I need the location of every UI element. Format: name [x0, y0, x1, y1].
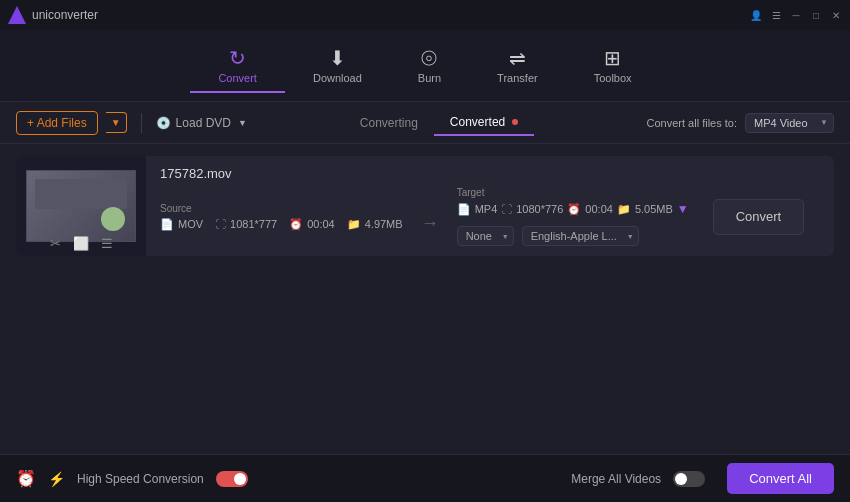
tab-converted[interactable]: Converted	[434, 110, 534, 136]
titlebar-left: uniconverter	[8, 6, 98, 24]
format-select[interactable]: MP4 Video MOV Video AVI Video MKV Video	[745, 113, 834, 133]
nav-label-transfer: Transfer	[497, 72, 538, 84]
file-area: ✂ ⬜ ☰ 175782.mov Source 📄 MOV	[0, 144, 850, 268]
nav-item-toolbox[interactable]: ⊞ Toolbox	[566, 40, 660, 92]
nav-item-convert[interactable]: ↻ Convert	[190, 40, 285, 92]
audio-select-wrapper: English-Apple L...	[522, 226, 639, 246]
nav-item-transfer[interactable]: ⇌ Transfer	[469, 40, 566, 92]
toolbox-icon: ⊞	[604, 48, 621, 68]
nav-label-toolbox: Toolbox	[594, 72, 632, 84]
app-logo	[8, 6, 26, 24]
target-format-row: 📄 MP4 ⛶ 1080*776 ⏰ 00:04 📁	[457, 202, 689, 216]
titlebar-controls: 👤 ☰ ─ □ ✕	[750, 9, 842, 21]
resolution-icon: ⛶	[215, 218, 226, 230]
target-size-value: 5.05MB	[635, 203, 673, 215]
titlebar: uniconverter 👤 ☰ ─ □ ✕	[0, 0, 850, 30]
converted-dot	[512, 119, 518, 125]
nav-item-download[interactable]: ⬇ Download	[285, 40, 390, 92]
source-label: Source	[160, 203, 403, 214]
toolbar: + Add Files ▼ 💿 Load DVD ▼ Converting Co…	[0, 102, 850, 144]
menu-icon[interactable]: ☰	[770, 9, 782, 21]
target-size: 📁 5.05MB	[617, 203, 673, 216]
source-target-row: Source 📄 MOV ⛶ 1081*777 ⏰ 00:04	[160, 187, 820, 246]
add-files-dropdown-button[interactable]: ▼	[106, 112, 127, 133]
clock-icon: ⏰	[289, 218, 303, 231]
target-file-size-icon: 📁	[617, 203, 631, 216]
nav-item-burn[interactable]: ⦾ Burn	[390, 40, 469, 92]
add-files-label: + Add Files	[27, 116, 87, 130]
target-resolution-icon: ⛶	[501, 203, 512, 215]
maximize-button[interactable]: □	[810, 9, 822, 21]
thumbnail-area: ✂ ⬜ ☰	[16, 156, 146, 256]
load-dvd-arrow: ▼	[238, 118, 247, 128]
add-files-button[interactable]: + Add Files	[16, 111, 98, 135]
speed-toggle[interactable]	[216, 471, 248, 487]
subtitle-row: None English-Apple L...	[457, 226, 689, 246]
nav-label-download: Download	[313, 72, 362, 84]
tab-converting-label: Converting	[360, 116, 418, 130]
subtitle-select[interactable]: None	[457, 226, 514, 246]
nav-label-burn: Burn	[418, 72, 441, 84]
target-format-value: MP4	[475, 203, 498, 215]
minimize-button[interactable]: ─	[790, 9, 802, 21]
load-dvd-button[interactable]: 💿 Load DVD ▼	[156, 116, 247, 130]
target-label: Target	[457, 187, 689, 198]
speed-label-text: High Speed Conversion	[77, 472, 204, 486]
source-meta-row: 📄 MOV ⛶ 1081*777 ⏰ 00:04 📁	[160, 218, 403, 231]
scissors-icon[interactable]: ✂	[50, 236, 61, 251]
source-resolution-value: 1081*777	[230, 218, 277, 230]
target-duration-value: 00:04	[585, 203, 613, 215]
convert-all-button[interactable]: Convert All	[727, 463, 834, 494]
file-row: ✂ ⬜ ☰ 175782.mov Source 📄 MOV	[16, 156, 834, 256]
source-box: Source 📄 MOV ⛶ 1081*777 ⏰ 00:04	[160, 203, 403, 231]
tab-converted-label: Converted	[450, 115, 505, 129]
target-file-icon: 📄	[457, 203, 471, 216]
source-size-value: 4.97MB	[365, 218, 403, 230]
bottombar: ⏰ ⚡ High Speed Conversion Merge All Vide…	[0, 454, 850, 502]
target-box: Target 📄 MP4 ⛶ 1080*776 ⏰ 00:04	[457, 187, 689, 246]
target-format: 📄 MP4	[457, 203, 498, 216]
format-select-wrapper: MP4 Video MOV Video AVI Video MKV Video	[745, 113, 834, 133]
close-button[interactable]: ✕	[830, 9, 842, 21]
source-size: 📁 4.97MB	[347, 218, 403, 231]
convert-all-to-group: Convert all files to: MP4 Video MOV Vide…	[647, 113, 834, 133]
source-duration: ⏰ 00:04	[289, 218, 335, 231]
burn-icon: ⦾	[421, 48, 437, 68]
file-name: 175782.mov	[160, 166, 820, 181]
schedule-icon[interactable]: ⏰	[16, 469, 36, 488]
bolt-icon: ⚡	[48, 471, 65, 487]
target-dropdown-arrow[interactable]: ▼	[677, 202, 689, 216]
file-info: 175782.mov Source 📄 MOV ⛶ 1081*777	[146, 156, 834, 256]
tab-converting[interactable]: Converting	[344, 110, 434, 136]
target-clock-icon: ⏰	[567, 203, 581, 216]
arrow-right-icon: →	[421, 213, 439, 234]
user-icon[interactable]: 👤	[750, 9, 762, 21]
file-size-icon: 📁	[347, 218, 361, 231]
file-icon: 📄	[160, 218, 174, 231]
convert-icon: ↻	[229, 48, 246, 68]
target-resolution: ⛶ 1080*776	[501, 203, 563, 215]
app-name: uniconverter	[32, 8, 98, 22]
source-resolution: ⛶ 1081*777	[215, 218, 277, 230]
thumbnail-tools: ✂ ⬜ ☰	[16, 236, 146, 251]
nav-label-convert: Convert	[218, 72, 257, 84]
source-format: 📄 MOV	[160, 218, 203, 231]
target-duration: ⏰ 00:04	[567, 203, 613, 216]
merge-toggle[interactable]	[673, 471, 705, 487]
transfer-icon: ⇌	[509, 48, 526, 68]
source-duration-value: 00:04	[307, 218, 335, 230]
merge-label: Merge All Videos	[571, 472, 661, 486]
toolbar-divider	[141, 113, 142, 133]
nav-bar: ↻ Convert ⬇ Download ⦾ Burn ⇌ Transfer ⊞…	[0, 30, 850, 102]
thumbnail-image	[26, 170, 136, 242]
crop-icon[interactable]: ⬜	[73, 236, 89, 251]
audio-select[interactable]: English-Apple L...	[522, 226, 639, 246]
speed-label: High Speed Conversion	[77, 472, 204, 486]
convert-all-to-label: Convert all files to:	[647, 117, 737, 129]
settings-icon[interactable]: ☰	[101, 236, 113, 251]
subtitle-select-wrapper: None	[457, 226, 514, 246]
convert-button[interactable]: Convert	[713, 199, 805, 235]
target-resolution-value: 1080*776	[516, 203, 563, 215]
download-icon: ⬇	[329, 48, 346, 68]
dvd-icon: 💿	[156, 116, 171, 130]
